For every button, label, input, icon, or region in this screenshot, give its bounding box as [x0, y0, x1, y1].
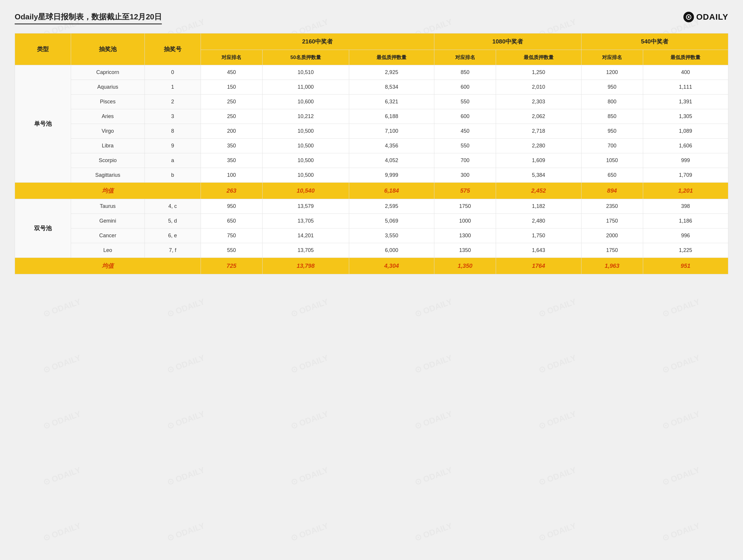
avg-row: 均值72513,7984,3041,35017641,963951: [15, 258, 728, 274]
sub-q50: 50名质押数量: [262, 50, 349, 65]
title-section: Odaily星球日报制表，数据截止至12月20日: [15, 12, 162, 25]
cell-num: 1: [144, 80, 201, 94]
cell-min2160: 6,188: [349, 109, 434, 124]
cell-min1080: 1,750: [496, 228, 581, 243]
cell-min540: 1,391: [643, 94, 728, 109]
cell-r540: 850: [581, 109, 643, 124]
cell-min540: 1,606: [643, 139, 728, 153]
cell-r540: 1750: [581, 214, 643, 228]
cell-r1080: 1300: [434, 228, 496, 243]
cell-r1080: 450: [434, 124, 496, 139]
cell-r2160: 100: [201, 168, 262, 183]
cell-r540: 700: [581, 139, 643, 153]
cell-sign: Taurus: [71, 199, 144, 214]
cell-min540: 1,111: [643, 80, 728, 94]
cell-min540: 1,709: [643, 168, 728, 183]
cell-r2160: 350: [201, 139, 262, 153]
cell-min1080: 2,303: [496, 94, 581, 109]
cell-min2160: 9,999: [349, 168, 434, 183]
cell-r1080: 550: [434, 139, 496, 153]
cell-min2160: 6,321: [349, 94, 434, 109]
table-row: Gemini5, d65013,7055,06910002,48017501,1…: [15, 214, 728, 228]
col-type: 类型: [15, 34, 71, 65]
avg-r1080: 1,350: [434, 258, 496, 274]
cell-num: 8: [144, 124, 201, 139]
cell-q50: 10,500: [262, 139, 349, 153]
sub-min-2160: 最低质押数量: [349, 50, 434, 65]
table-row: Virgo820010,5007,1004502,7189501,089: [15, 124, 728, 139]
svg-point-1: [688, 16, 690, 18]
avg-min1080: 1764: [496, 258, 581, 274]
avg-r540: 1,963: [581, 258, 643, 274]
cell-r540: 950: [581, 80, 643, 94]
col-pool: 抽奖池: [71, 34, 144, 65]
cell-r2160: 450: [201, 65, 262, 80]
cell-sign: Capricorn: [71, 65, 144, 80]
cell-q50: 13,579: [262, 199, 349, 214]
avg-r1080: 575: [434, 183, 496, 199]
cell-num: 7, f: [144, 243, 201, 258]
cell-r540: 650: [581, 168, 643, 183]
cell-num: 3: [144, 109, 201, 124]
cell-r2160: 950: [201, 199, 262, 214]
cell-min540: 1,305: [643, 109, 728, 124]
cell-sign: Virgo: [71, 124, 144, 139]
avg-q50: 10,540: [262, 183, 349, 199]
avg-min540: 951: [643, 258, 728, 274]
sub-rank-1080: 对应排名: [434, 50, 496, 65]
cell-q50: 10,510: [262, 65, 349, 80]
cell-r1080: 1000: [434, 214, 496, 228]
sub-rank-540: 对应排名: [581, 50, 643, 65]
cell-type: 单号池: [15, 65, 71, 183]
col-num: 抽奖号: [144, 34, 201, 65]
cell-min1080: 2,718: [496, 124, 581, 139]
cell-min540: 996: [643, 228, 728, 243]
cell-sign: Cancer: [71, 228, 144, 243]
cell-r2160: 250: [201, 94, 262, 109]
cell-r1080: 850: [434, 65, 496, 80]
cell-r2160: 350: [201, 153, 262, 168]
sub-rank-2160: 对应排名: [201, 50, 262, 65]
cell-r2160: 650: [201, 214, 262, 228]
cell-num: 5, d: [144, 214, 201, 228]
cell-min1080: 2,010: [496, 80, 581, 94]
cell-r1080: 700: [434, 153, 496, 168]
cell-q50: 10,500: [262, 153, 349, 168]
cell-min2160: 7,100: [349, 124, 434, 139]
cell-min2160: 3,550: [349, 228, 434, 243]
logo-section: ODAILY: [684, 12, 728, 22]
avg-label: 均值: [15, 183, 201, 199]
avg-row: 均值26310,5406,1845752,4528941,201: [15, 183, 728, 199]
avg-r2160: 263: [201, 183, 262, 199]
cell-sign: Gemini: [71, 214, 144, 228]
cell-min540: 999: [643, 153, 728, 168]
cell-min1080: 1,250: [496, 65, 581, 80]
cell-min2160: 2,595: [349, 199, 434, 214]
cell-num: 0: [144, 65, 201, 80]
cell-r540: 1200: [581, 65, 643, 80]
cell-q50: 11,000: [262, 80, 349, 94]
cell-min1080: 5,384: [496, 168, 581, 183]
cell-sign: Sagittarius: [71, 168, 144, 183]
cell-num: 2: [144, 94, 201, 109]
table-row: Libra935010,5004,3565502,2807001,606: [15, 139, 728, 153]
cell-q50: 14,201: [262, 228, 349, 243]
cell-r540: 1050: [581, 153, 643, 168]
cell-sign: Aquarius: [71, 80, 144, 94]
cell-num: a: [144, 153, 201, 168]
cell-q50: 13,705: [262, 243, 349, 258]
table-row: Cancer6, e75014,2013,55013001,7502000996: [15, 228, 728, 243]
table-row: Aries325010,2126,1886002,0628501,305: [15, 109, 728, 124]
cell-min540: 400: [643, 65, 728, 80]
cell-q50: 10,600: [262, 94, 349, 109]
main-table: 类型 抽奖池 抽奖号 2160中奖者 1080中奖者 540中奖者 对应排名 5…: [15, 33, 728, 274]
page-title: Odaily星球日报制表，数据截止至12月20日: [15, 12, 162, 22]
cell-r2160: 150: [201, 80, 262, 94]
cell-min2160: 4,356: [349, 139, 434, 153]
cell-q50: 10,500: [262, 168, 349, 183]
cell-sign: Aries: [71, 109, 144, 124]
cell-r540: 2000: [581, 228, 643, 243]
cell-r1080: 1750: [434, 199, 496, 214]
avg-label: 均值: [15, 258, 201, 274]
cell-min1080: 2,062: [496, 109, 581, 124]
